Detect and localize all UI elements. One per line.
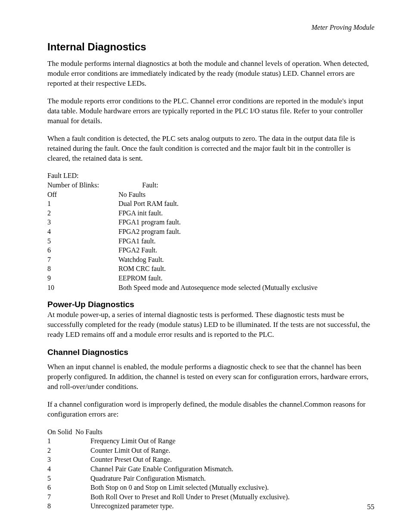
paragraph: The module reports error conditions to t… [47,96,374,126]
table-row: 7Watchdog Fault. [47,255,374,264]
paragraph: The module performs internal diagnostics… [47,59,374,89]
cell-fault: FPGA init fault. [118,208,374,218]
channel-fault-table: On Solid No Faults 1Frequency Limit Out … [47,427,374,511]
table-row: 3Counter Preset Out of Range. [47,455,374,464]
heading-internal-diagnostics: Internal Diagnostics [47,41,374,53]
cell-fault: FPGA2 program fault. [118,227,374,236]
paragraph: At module power-up, a series of internal… [47,310,374,340]
table-row: 2FPGA init fault. [47,208,374,218]
header-blinks: Number of Blinks: [47,180,118,190]
table-row: 8ROM CRC fault. [47,264,374,274]
heading-channel-diagnostics: Channel Diagnostics [47,348,374,357]
table-row: 10Both Speed mode and Autosequence mode … [47,283,374,292]
cell-num: 5 [47,474,90,483]
cell-desc: Counter Preset Out of Range. [90,455,172,464]
cell-num: 7 [47,492,90,502]
cell-fault: ROM CRC fault. [118,264,374,274]
fault-led-table: Fault LED: Number of Blinks: Fault: OffN… [47,171,374,292]
cell-num: 6 [47,483,90,492]
table-row: 4Channel Pair Gate Enable Configuration … [47,464,374,474]
table-row: 5Quadrature Pair Configuration Mismatch. [47,474,374,483]
cell-fault: EEPROM fault. [118,274,374,283]
cell-fault: Dual Port RAM fault. [118,199,374,208]
cell-blinks: 9 [47,274,118,283]
channel-table-header: On Solid No Faults [47,427,374,437]
cell-num: 8 [47,501,90,511]
table-row: 9EEPROM fault. [47,274,374,283]
cell-num: 4 [47,464,90,474]
cell-fault: FPGA2 Fault. [118,246,374,255]
table-row: 5FPGA1 fault. [47,236,374,246]
heading-power-up-diagnostics: Power-Up Diagnostics [47,300,374,309]
cell-desc: Unrecognized parameter type. [90,501,174,511]
table-row: OffNo Faults [47,190,374,199]
table-row: 6FPGA2 Fault. [47,246,374,255]
cell-blinks: 7 [47,255,118,264]
header-nofaults: No Faults [75,427,103,437]
fault-led-caption: Fault LED: [47,171,374,180]
cell-desc: Quadrature Pair Configuration Mismatch. [90,474,206,483]
paragraph: When an input channel is enabled, the mo… [47,362,374,392]
header-fault: Fault: [118,180,374,190]
cell-blinks: 6 [47,246,118,255]
table-row: 4FPGA2 program fault. [47,227,374,236]
cell-desc: Frequency Limit Out of Range [90,436,175,446]
cell-blinks: Off [47,190,118,199]
cell-blinks: 4 [47,227,118,236]
table-row: 1Dual Port RAM fault. [47,199,374,208]
cell-fault: FPGA1 program fault. [118,218,374,227]
cell-fault: FPGA1 fault. [118,236,374,246]
cell-desc: Both Roll Over to Preset and Roll Under … [90,492,290,502]
cell-desc: Channel Pair Gate Enable Configuration M… [90,464,233,474]
cell-num: 2 [47,446,90,455]
header-onsolid: On Solid [47,427,75,437]
table-row: 6Both Stop on 0 and Stop on Limit select… [47,483,374,492]
cell-blinks: 1 [47,199,118,208]
table-row: 1Frequency Limit Out of Range [47,436,374,446]
cell-fault: Both Speed mode and Autosequence mode se… [118,283,374,292]
cell-blinks: 8 [47,264,118,274]
page: Meter Proving Module Internal Diagnostic… [0,0,411,532]
cell-blinks: 3 [47,218,118,227]
table-row: 3FPGA1 program fault. [47,218,374,227]
cell-desc: Counter Limit Out of Range. [90,446,170,455]
page-number: 55 [367,503,374,511]
cell-num: 1 [47,436,90,446]
cell-blinks: 10 [47,283,118,292]
cell-desc: Both Stop on 0 and Stop on Limit selecte… [90,483,269,492]
fault-table-header: Number of Blinks: Fault: [47,180,374,190]
cell-fault: Watchdog Fault. [118,255,374,264]
paragraph: When a fault condition is detected, the … [47,134,374,164]
table-row: 7Both Roll Over to Preset and Roll Under… [47,492,374,502]
cell-blinks: 5 [47,236,118,246]
cell-fault: No Faults [118,190,374,199]
paragraph: If a channel configuration word is impro… [47,400,374,420]
table-row: 2Counter Limit Out of Range. [47,446,374,455]
running-header: Meter Proving Module [47,24,374,31]
table-row: 8Unrecognized parameter type. [47,501,374,511]
cell-num: 3 [47,455,90,464]
cell-blinks: 2 [47,208,118,218]
